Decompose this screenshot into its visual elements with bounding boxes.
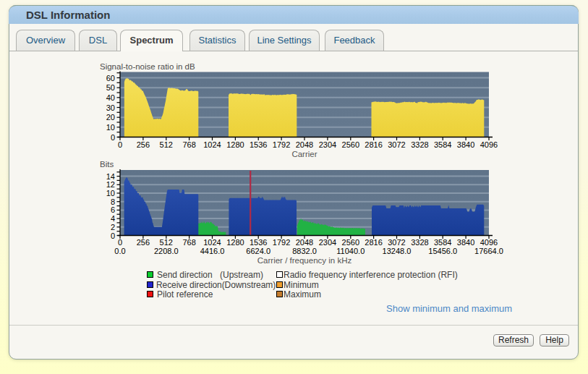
svg-text:6624.0: 6624.0 [246, 247, 270, 255]
svg-text:1024: 1024 [203, 140, 221, 149]
svg-text:Signal-to-noise ratio in dB: Signal-to-noise ratio in dB [100, 62, 195, 71]
svg-text:8832.0: 8832.0 [292, 247, 317, 255]
svg-text:1024: 1024 [203, 238, 221, 247]
svg-text:0: 0 [118, 238, 122, 247]
svg-text:2304: 2304 [319, 140, 336, 149]
svg-text:2304: 2304 [319, 238, 336, 247]
svg-text:3072: 3072 [388, 140, 405, 149]
svg-text:512: 512 [160, 238, 173, 247]
svg-text:1280: 1280 [226, 238, 244, 247]
svg-text:256: 256 [137, 140, 150, 149]
svg-text:17664.0: 17664.0 [474, 247, 503, 255]
svg-text:2208.0: 2208.0 [154, 247, 179, 255]
svg-text:12: 12 [106, 180, 115, 189]
svg-text:Carrier: Carrier [291, 150, 317, 158]
svg-text:768: 768 [182, 140, 195, 149]
svg-text:512: 512 [160, 140, 173, 149]
svg-text:0.0: 0.0 [114, 247, 125, 255]
svg-text:768: 768 [182, 238, 195, 247]
svg-text:3840: 3840 [457, 238, 474, 247]
svg-text:3584: 3584 [434, 238, 451, 247]
svg-text:1536: 1536 [250, 238, 267, 247]
svg-text:1792: 1792 [273, 140, 290, 149]
svg-text:14: 14 [106, 172, 115, 181]
svg-text:3072: 3072 [388, 238, 405, 247]
svg-text:3584: 3584 [434, 140, 451, 149]
svg-text:4096: 4096 [480, 140, 498, 149]
svg-text:4416.0: 4416.0 [200, 247, 225, 255]
svg-text:Carrier / frequency in kHz: Carrier / frequency in kHz [257, 256, 352, 265]
svg-text:2048: 2048 [296, 238, 313, 247]
svg-text:4: 4 [111, 214, 115, 223]
svg-text:256: 256 [137, 238, 150, 247]
svg-text:2560: 2560 [342, 140, 359, 149]
svg-text:6: 6 [111, 205, 115, 214]
svg-text:0: 0 [118, 140, 122, 149]
svg-text:8: 8 [111, 197, 115, 206]
svg-text:3328: 3328 [411, 140, 428, 149]
svg-text:Bits: Bits [100, 160, 114, 169]
svg-text:30: 30 [106, 103, 115, 112]
svg-text:2816: 2816 [365, 238, 382, 247]
svg-text:3328: 3328 [411, 238, 428, 247]
svg-text:10: 10 [106, 123, 115, 132]
svg-text:4096: 4096 [480, 238, 498, 247]
svg-text:2048: 2048 [296, 140, 313, 149]
svg-text:0: 0 [111, 133, 115, 142]
svg-text:1280: 1280 [226, 140, 244, 149]
svg-text:2816: 2816 [365, 140, 382, 149]
svg-text:20: 20 [106, 113, 115, 122]
svg-text:15456.0: 15456.0 [428, 247, 457, 255]
svg-text:1536: 1536 [250, 140, 267, 149]
svg-text:40: 40 [106, 93, 115, 102]
svg-text:60: 60 [106, 74, 115, 82]
svg-text:2: 2 [111, 223, 115, 231]
svg-text:13248.0: 13248.0 [383, 247, 412, 255]
svg-text:11040.0: 11040.0 [336, 247, 365, 255]
svg-text:10: 10 [106, 189, 115, 197]
svg-text:0: 0 [111, 231, 115, 240]
svg-text:2560: 2560 [342, 238, 359, 247]
svg-text:50: 50 [106, 83, 115, 92]
svg-text:3840: 3840 [457, 140, 474, 149]
svg-text:1792: 1792 [273, 238, 290, 247]
